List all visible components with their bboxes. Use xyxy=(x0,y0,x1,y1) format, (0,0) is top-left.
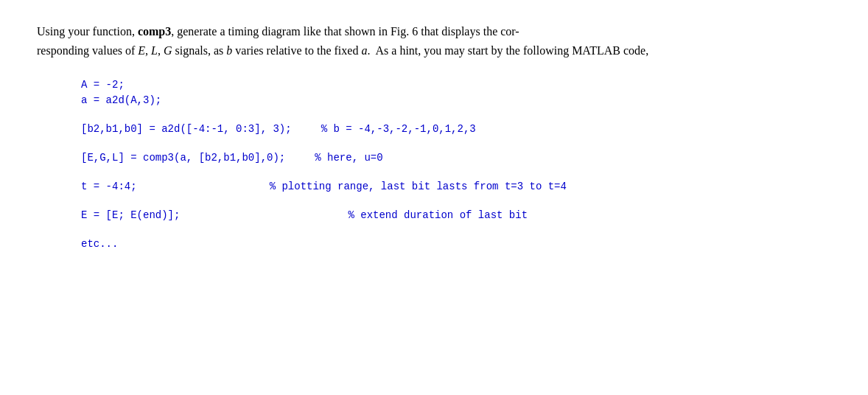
code-line-4: [b2,b1,b0] = a2d([-4:-1, 0:3], 3); % b =… xyxy=(81,122,831,137)
code-comment-8: % plotting range, last bit lasts from t=… xyxy=(270,179,567,195)
code-line-1: A = -2; xyxy=(81,77,831,93)
code-line-8: t = -4:4; % plotting range, last bit las… xyxy=(81,179,831,195)
spacer-4 xyxy=(81,195,831,208)
code-line-6: [E,G,L] = comp3(a, [b2,b1,b0],0); % here… xyxy=(81,150,831,166)
code-text-12: etc... xyxy=(81,237,118,252)
spacer-5 xyxy=(81,223,831,237)
text-before-comp3: Using your function, xyxy=(37,25,138,38)
spacer-1 xyxy=(81,108,831,122)
code-line-2: a = a2d(A,3); xyxy=(81,93,831,108)
comp3-bold: comp3 xyxy=(138,25,171,38)
spacer-3 xyxy=(81,166,831,179)
code-comment-10: % extend duration of last bit xyxy=(348,208,528,223)
code-comment-6: % here, u=0 xyxy=(315,150,382,166)
code-block: A = -2; a = a2d(A,3); [b2,b1,b0] = a2d([… xyxy=(81,77,831,252)
code-text-6: [E,G,L] = comp3(a, [b2,b1,b0],0); xyxy=(81,150,285,166)
code-comment-4: % b = -4,-3,-2,-1,0,1,2,3 xyxy=(321,122,476,137)
main-paragraph: Using your function, comp3, generate a t… xyxy=(37,22,831,60)
code-line-10: E = [E; E(end)]; % extend duration of la… xyxy=(81,208,831,223)
code-text-2: a = a2d(A,3); xyxy=(81,93,161,108)
code-line-12: etc... xyxy=(81,237,831,252)
code-text-8: t = -4:4; xyxy=(81,179,137,195)
code-text-4: [b2,b1,b0] = a2d([-4:-1, 0:3], 3); xyxy=(81,122,292,137)
code-text-10: E = [E; E(end)]; xyxy=(81,208,180,223)
spacer-2 xyxy=(81,137,831,150)
code-text-1: A = -2; xyxy=(81,77,125,93)
